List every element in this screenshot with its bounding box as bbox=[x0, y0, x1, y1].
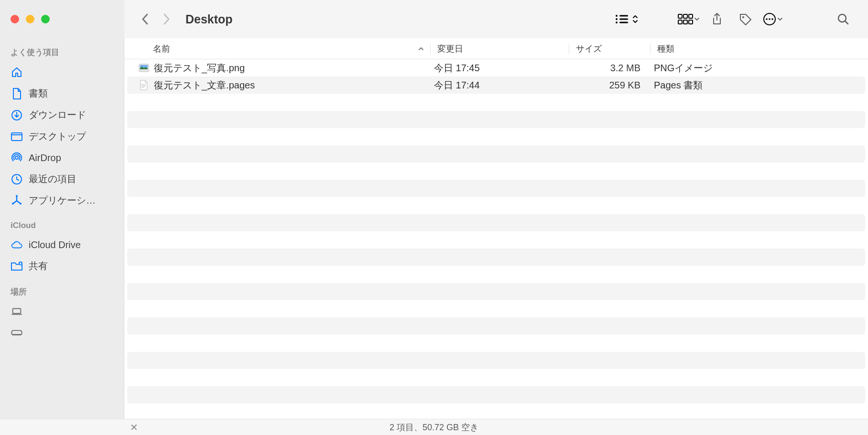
chevron-left-icon bbox=[141, 12, 150, 26]
sidebar-item-label: ダウンロード bbox=[29, 109, 86, 121]
sidebar-item-icloud-drive[interactable]: iCloud Drive bbox=[0, 234, 124, 255]
maximize-window-button[interactable] bbox=[41, 15, 50, 23]
sidebar-item-documents[interactable]: 書類 bbox=[0, 83, 124, 104]
column-header-name[interactable]: 名前 bbox=[124, 43, 430, 54]
up-down-chevron-icon bbox=[632, 13, 639, 25]
svg-point-15 bbox=[769, 18, 770, 20]
action-menu-button[interactable] bbox=[763, 12, 783, 26]
sort-indicator-icon bbox=[418, 46, 424, 52]
sidebar-section-locations: 場所 bbox=[0, 283, 124, 301]
svg-rect-19 bbox=[11, 133, 22, 141]
clock-icon bbox=[11, 173, 23, 185]
sidebar-item-disk[interactable] bbox=[0, 322, 124, 343]
column-header-size[interactable]: サイズ bbox=[569, 43, 650, 54]
close-window-button[interactable] bbox=[11, 15, 19, 23]
sidebar-item-label: アプリケーシ… bbox=[29, 194, 96, 207]
sidebar-item-computer[interactable] bbox=[0, 301, 124, 322]
sidebar-item-desktop[interactable]: デスクトップ bbox=[0, 126, 124, 147]
file-list-area: 名前 変更日 サイズ 種類 復元テスト_写真.png 今日 17:45 3.2 … bbox=[124, 38, 868, 419]
empty-row bbox=[127, 111, 865, 128]
grid-group-icon bbox=[678, 13, 693, 25]
svg-point-14 bbox=[766, 18, 768, 20]
svg-point-12 bbox=[742, 16, 744, 18]
desktop-icon bbox=[11, 130, 23, 143]
file-row[interactable]: 復元テスト_写真.png 今日 17:45 3.2 MB PNGイメージ bbox=[124, 59, 868, 76]
sidebar-item-downloads[interactable]: ダウンロード bbox=[0, 104, 124, 126]
file-size: 3.2 MB bbox=[566, 63, 647, 74]
sidebar-item-label: 最近の項目 bbox=[29, 173, 76, 185]
svg-rect-35 bbox=[141, 87, 144, 88]
tags-button[interactable] bbox=[731, 9, 760, 30]
svg-rect-8 bbox=[689, 14, 693, 18]
path-bar-close-icon[interactable]: ✕ bbox=[130, 422, 138, 433]
empty-row bbox=[127, 249, 865, 266]
status-bar: ✕ 2 項目、50.72 GB 空き bbox=[0, 419, 868, 435]
tag-icon bbox=[739, 13, 752, 25]
empty-row bbox=[127, 386, 865, 403]
svg-point-24 bbox=[12, 203, 14, 205]
svg-point-27 bbox=[20, 262, 21, 263]
file-modified: 今日 17:44 bbox=[427, 79, 566, 92]
svg-rect-34 bbox=[141, 86, 146, 87]
window-traffic-lights bbox=[0, 0, 124, 38]
file-kind: Pages 書類 bbox=[647, 79, 865, 92]
search-icon bbox=[837, 13, 849, 25]
svg-rect-6 bbox=[678, 14, 682, 18]
svg-rect-33 bbox=[141, 84, 146, 85]
svg-point-23 bbox=[16, 195, 18, 197]
download-icon bbox=[11, 109, 23, 121]
svg-rect-10 bbox=[684, 20, 687, 24]
cloud-icon bbox=[11, 239, 23, 251]
svg-rect-3 bbox=[619, 19, 628, 20]
sidebar-section-icloud: iCloud bbox=[0, 218, 124, 234]
empty-row bbox=[127, 352, 865, 369]
column-header-kind[interactable]: 種類 bbox=[650, 43, 868, 54]
sidebar-section-favorites: よく使う項目 bbox=[0, 44, 124, 62]
file-row[interactable]: 復元テスト_文章.pages 今日 17:44 259 KB Pages 書類 bbox=[127, 76, 865, 94]
shared-folder-icon bbox=[11, 260, 23, 272]
group-by-button[interactable] bbox=[678, 13, 700, 25]
svg-rect-7 bbox=[684, 14, 687, 18]
ellipsis-circle-icon bbox=[763, 12, 776, 26]
sidebar-item-airdrop[interactable]: AirDrop bbox=[0, 147, 124, 168]
svg-rect-20 bbox=[11, 134, 22, 135]
sidebar-item-label: デスクトップ bbox=[29, 130, 86, 143]
house-icon bbox=[11, 66, 23, 78]
airdrop-icon bbox=[11, 152, 23, 164]
share-button[interactable] bbox=[703, 9, 731, 30]
empty-row bbox=[127, 145, 865, 163]
file-kind: PNGイメージ bbox=[647, 62, 868, 75]
empty-row bbox=[127, 317, 865, 335]
sidebar: よく使う項目 書類 ダウンロード デスクトップ AirDrop 最近の項目 アプ… bbox=[0, 38, 124, 419]
sidebar-item-shared[interactable]: 共有 bbox=[0, 255, 124, 277]
forward-button[interactable] bbox=[156, 9, 177, 30]
empty-row bbox=[127, 283, 865, 300]
svg-point-4 bbox=[616, 22, 618, 23]
image-file-icon bbox=[139, 63, 149, 73]
laptop-icon bbox=[11, 305, 23, 318]
minimize-window-button[interactable] bbox=[26, 15, 34, 23]
svg-rect-29 bbox=[11, 314, 22, 315]
file-modified: 今日 17:45 bbox=[427, 62, 566, 75]
chevron-down-icon bbox=[777, 17, 783, 22]
back-button[interactable] bbox=[135, 9, 156, 30]
view-mode-button[interactable] bbox=[615, 13, 639, 25]
svg-point-16 bbox=[771, 18, 773, 20]
disk-icon bbox=[11, 326, 23, 339]
sidebar-item-home[interactable] bbox=[0, 62, 124, 83]
toolbar: Desktop bbox=[124, 0, 868, 38]
svg-point-2 bbox=[616, 18, 618, 20]
sidebar-item-recents[interactable]: 最近の項目 bbox=[0, 168, 124, 190]
svg-point-21 bbox=[15, 156, 18, 159]
svg-point-25 bbox=[20, 203, 22, 205]
sidebar-item-label: 書類 bbox=[29, 87, 48, 100]
search-button[interactable] bbox=[829, 9, 857, 30]
document-icon bbox=[11, 87, 23, 100]
status-text: 2 項目、50.72 GB 空き bbox=[390, 422, 478, 433]
sidebar-item-applications[interactable]: アプリケーシ… bbox=[0, 190, 124, 211]
column-header-row: 名前 変更日 サイズ 種類 bbox=[124, 38, 868, 59]
svg-rect-5 bbox=[619, 22, 628, 23]
column-header-modified[interactable]: 変更日 bbox=[430, 43, 569, 54]
file-name: 復元テスト_文章.pages bbox=[154, 79, 255, 92]
svg-rect-30 bbox=[12, 334, 22, 335]
